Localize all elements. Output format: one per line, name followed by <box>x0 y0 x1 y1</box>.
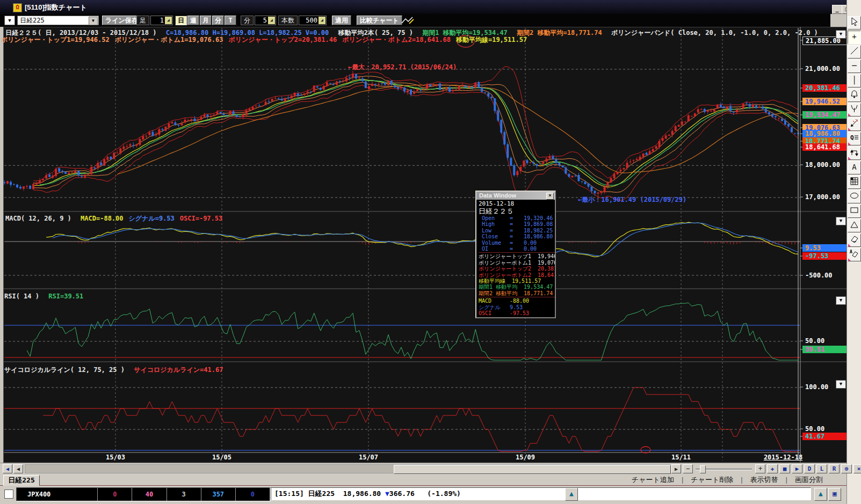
chevron-down-icon[interactable]: ▼ <box>89 17 98 25</box>
period-button-T[interactable]: T <box>225 16 236 25</box>
window-frame-left <box>0 27 4 463</box>
chart-action-button[interactable]: チャート削除 <box>683 476 741 484</box>
period-button-日[interactable]: 日 <box>175 16 187 25</box>
bar-count-stepper[interactable]: 500 ◢ <box>299 16 327 25</box>
data-window-row: OI=0.00 <box>479 246 555 252</box>
window-title: [5110]指数チャート <box>25 3 87 12</box>
chart-action-button[interactable]: 表示切替 <box>743 476 786 484</box>
pitchfork-icon[interactable] <box>848 103 861 116</box>
stepper-arrows-icon[interactable]: ◢ <box>319 17 325 24</box>
minute-stepper[interactable]: 5 ◢ <box>255 16 276 25</box>
status-checkbox[interactable] <box>4 490 13 499</box>
time-axis-label: 15/11 <box>671 454 691 461</box>
data-window-popup[interactable]: Data Window × 2015-12-18 日経２２５ Open=19,3… <box>475 191 556 318</box>
symbol-combobox[interactable]: 日経225 ▼ <box>17 16 99 25</box>
data-window-row: Low=18,982.25 <box>479 228 555 233</box>
stepper-arrows-icon[interactable]: ◢ <box>165 17 172 24</box>
horizontal-line-icon[interactable]: ─ <box>848 60 861 73</box>
save-lines-button[interactable]: ライン保存 <box>102 16 141 25</box>
axis-label: 50.00 <box>802 425 848 433</box>
vertical-line-icon[interactable]: │ <box>848 74 861 87</box>
scrollbar-track[interactable] <box>25 464 670 473</box>
collapse-macd-panel-button[interactable]: ▼ <box>836 217 846 225</box>
panel-window-icon[interactable]: ▣ <box>828 488 841 501</box>
retracement-icon[interactable] <box>848 147 861 160</box>
favorite-flag-icon <box>848 128 851 130</box>
bar-interval-stepper[interactable]: 1 ◢ <box>150 16 173 25</box>
apply-button[interactable]: 適用 <box>332 16 351 25</box>
zoom-button[interactable]: ⊕ <box>841 464 852 473</box>
scrollbar-thumb[interactable] <box>394 465 671 474</box>
period-button-月[interactable]: 月 <box>200 16 212 25</box>
period-button-分[interactable]: 分 <box>212 16 224 25</box>
collapse-rsi-panel-button[interactable]: ▼ <box>836 296 846 305</box>
title-bar[interactable]: Ω [5110]指数チャート <box>0 0 861 14</box>
chart-action-button[interactable]: チャート追加 <box>624 476 682 484</box>
collapse-psych-panel-button[interactable]: ▼ <box>836 380 846 389</box>
scroll-home-button[interactable]: ◀ <box>3 464 12 473</box>
bollinger-settings-label: ボリンジャーバンド( Close, 20, 1.0, -1.0, 0, 2.0,… <box>611 29 818 36</box>
data-window-row: ボリンジャーボトム1 19,076.63 <box>479 260 555 266</box>
play-button[interactable]: ▶ <box>792 464 802 473</box>
market-stat-value: 357 <box>201 488 236 501</box>
chart-canvas[interactable] <box>0 27 846 463</box>
svg-text:Q: Q <box>850 134 854 141</box>
minimize-button[interactable]: _ <box>832 5 842 14</box>
axis-label: 50.00 <box>802 337 848 345</box>
market-stat-value: 3 <box>167 488 201 501</box>
pan-button[interactable]: ✚ <box>767 464 778 473</box>
market-stat-value: 0 <box>236 488 270 501</box>
cursor-icon[interactable] <box>848 16 861 30</box>
min-annotation: ←最小：16,901.49 (2015/09/29) <box>578 195 686 204</box>
triangle-tool-icon[interactable] <box>848 219 861 232</box>
stepper-arrows-icon[interactable]: ◢ <box>268 17 275 24</box>
data-window-body: 2015-12-18 日経２２５ Open=19,320.46 High=19,… <box>476 200 555 317</box>
regression-line-icon[interactable] <box>848 118 861 131</box>
collapse-price-panel-button[interactable]: ▼ <box>836 30 846 39</box>
market-stat-value: 40 <box>132 488 167 501</box>
toolbar: ▼ 日経225 ▼ ライン保存 足 1 ◢ 日週月分T 分 5 ◢ 本数 500… <box>0 14 830 27</box>
index-name-label: JPX400 <box>17 488 98 501</box>
close-button[interactable]: × <box>853 464 861 473</box>
ellipse-tool-icon[interactable] <box>848 190 861 203</box>
rectangle-tool-icon[interactable] <box>848 204 861 218</box>
crosshair-icon[interactable]: + <box>848 31 861 44</box>
symbol-list-dropdown-button[interactable]: ▼ <box>4 16 15 25</box>
alert-bell-icon[interactable] <box>848 89 861 102</box>
bollinger-value: ボリンジャー・トップ2=20,381.46 <box>228 36 337 43</box>
text-eraser-icon[interactable]: A <box>848 248 861 261</box>
scroll-left-button[interactable]: ◀ <box>13 464 23 473</box>
stop-button[interactable]: ■ <box>779 464 790 473</box>
quote-list-icon[interactable]: Q <box>848 132 861 145</box>
scroll-right-button[interactable]: ▶ <box>671 464 681 473</box>
zoom-out-button[interactable]: − <box>683 464 693 473</box>
period-button-週[interactable]: 週 <box>187 16 199 25</box>
daily-button[interactable]: D <box>804 464 815 473</box>
market-summary-field: JPX400 04033570 <box>16 487 271 501</box>
data-window-titlebar[interactable]: Data Window × <box>476 192 555 200</box>
eraser-icon[interactable] <box>848 233 861 247</box>
panel-up-icon[interactable]: ▲ <box>814 488 827 501</box>
data-window-row: MACD -88.00 <box>479 298 555 304</box>
grid-tool-icon[interactable] <box>848 176 861 189</box>
chart-management-buttons: チャート追加|チャート削除|表示切替|画面分割 <box>624 475 830 485</box>
zoom-slider-thumb[interactable] <box>700 465 706 473</box>
bar-count-value: 500 <box>306 17 317 24</box>
favorite-flag-icon <box>848 142 851 145</box>
draw-line-mode-icon[interactable] <box>401 16 415 25</box>
text-tool-icon[interactable]: A <box>848 161 861 174</box>
axis-label: 20,381.46 <box>802 84 848 92</box>
reset-button[interactable]: R <box>829 464 840 473</box>
chart-tab-bar: 日経225 チャート追加|チャート削除|表示切替|画面分割 <box>0 474 846 486</box>
data-window-close-icon[interactable]: × <box>546 193 554 200</box>
compare-chart-button[interactable]: 比較チャート <box>357 16 402 25</box>
chart-action-button[interactable]: 画面分割 <box>787 476 830 484</box>
axis-label: 18,641.68 <box>802 143 848 151</box>
tab-nikkei225[interactable]: 日経225 <box>3 475 40 486</box>
line-mode-button[interactable]: L <box>816 464 827 473</box>
trendline-icon[interactable] <box>848 45 861 59</box>
data-window-row: 期間1 移動平均 19,534.47 <box>479 284 555 290</box>
zoom-in-button[interactable]: + <box>755 464 765 473</box>
svg-text:A: A <box>850 250 852 254</box>
scroll-up-icon[interactable]: ▲ <box>565 488 578 501</box>
